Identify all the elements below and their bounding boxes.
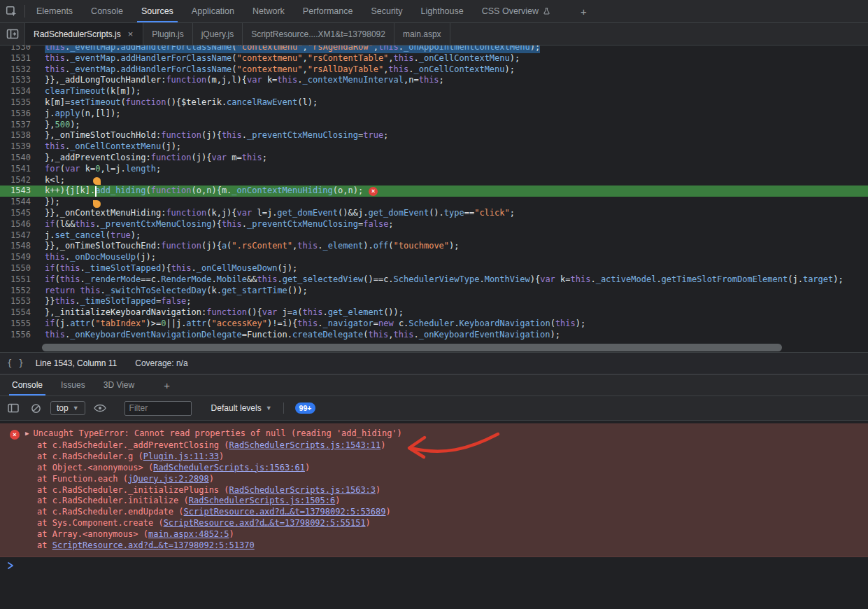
clear-console-icon[interactable]	[28, 400, 43, 416]
code-editor[interactable]: 1530this._eventMap.addHandlerForClassNam…	[0, 46, 868, 352]
stack-link[interactable]: RadSchedulerScripts.js:1563:61	[153, 463, 305, 472]
close-icon[interactable]: ×	[127, 29, 135, 39]
code-line[interactable]: 1541for(var k=0,l=j.length;	[0, 164, 868, 175]
line-number[interactable]: 1552	[0, 286, 39, 297]
log-levels-dropdown[interactable]: Default levels ▼	[211, 403, 272, 413]
code-line[interactable]: 1537},500);	[0, 120, 868, 131]
main-tab-network[interactable]: Network	[243, 0, 294, 22]
code-line[interactable]: 1539this._onCellContextMenu(j);	[0, 141, 868, 153]
code-line[interactable]: 1549this._onDocMouseUp(j);	[0, 252, 868, 263]
pretty-print-button[interactable]: { }	[7, 358, 24, 368]
code-line[interactable]: 1542k<l;	[0, 175, 868, 186]
selection-handle-bottom[interactable]	[93, 200, 101, 208]
line-number[interactable]: 1533	[0, 75, 39, 86]
line-number[interactable]: 1543	[0, 186, 39, 197]
code-line[interactable]: 1550if(this._timeSlotTapped){this._onCel…	[0, 263, 868, 274]
code-line[interactable]: 1547j.set_cancel(true);	[0, 230, 868, 241]
line-number[interactable]: 1550	[0, 263, 39, 274]
live-expression-eye-icon[interactable]	[92, 400, 108, 416]
code-line[interactable]: 1536j.apply(n,[l]);	[0, 108, 868, 120]
line-number[interactable]: 1532	[0, 64, 39, 76]
code-line[interactable]: 1540},_addPreventClosing:function(j){var…	[0, 153, 868, 164]
stack-link[interactable]: ScriptResource.axd?d…&t=13798092:5:53689	[184, 507, 386, 517]
line-number[interactable]: 1555	[0, 318, 39, 330]
stack-link[interactable]: jQuery.js:2:2898	[128, 474, 209, 484]
line-number[interactable]: 1542	[0, 175, 39, 186]
line-number[interactable]: 1551	[0, 274, 39, 286]
add-panel-button[interactable]: +	[572, 0, 595, 22]
code-line[interactable]: 1544});	[0, 197, 868, 208]
code-line[interactable]: 1555if(j.attr("tabIndex")>=0||j.attr("ac…	[0, 318, 868, 330]
drawer-tab-console[interactable]: Console	[3, 374, 52, 396]
line-number[interactable]: 1538	[0, 130, 39, 141]
main-tab-console[interactable]: Console	[82, 0, 132, 22]
line-number[interactable]: 1554	[0, 307, 39, 318]
console-prompt[interactable]	[0, 557, 868, 574]
line-number[interactable]: 1530	[0, 46, 39, 53]
main-tab-lighthouse[interactable]: Lighthouse	[412, 0, 473, 22]
main-tab-application[interactable]: Application	[183, 0, 243, 22]
filter-input[interactable]	[124, 401, 192, 416]
error-badge-icon[interactable]: ×	[369, 187, 378, 196]
line-number[interactable]: 1531	[0, 53, 39, 64]
code-line[interactable]: 1546if(l&&this._preventCtxMenuClosing){t…	[0, 219, 868, 230]
line-number[interactable]: 1540	[0, 153, 39, 164]
selection-handle-top[interactable]	[93, 177, 101, 185]
file-tab-jquery-js[interactable]: jQuery.js	[193, 23, 243, 45]
issues-count-badge[interactable]: 99+	[295, 402, 316, 414]
file-tab-scriptresource-xm1-t-13798092[interactable]: ScriptResource....XM1&t=13798092	[243, 23, 394, 45]
line-number[interactable]: 1534	[0, 86, 39, 97]
code-line[interactable]: 1530this._eventMap.addHandlerForClassNam…	[0, 46, 868, 53]
code-line[interactable]: 1531this._eventMap.addHandlerForClassNam…	[0, 53, 868, 64]
line-number[interactable]: 1541	[0, 164, 39, 175]
code-line[interactable]: 1543k++){j[k].add_hiding(function(o,n){m…	[0, 186, 868, 197]
stack-link[interactable]: RadSchedulerScripts.js:1505:6	[189, 496, 336, 505]
main-tab-elements[interactable]: Elements	[27, 0, 82, 22]
line-number[interactable]: 1535	[0, 97, 39, 108]
stack-link[interactable]: ScriptResource.axd?d…&t=13798092:5:51370	[52, 540, 255, 550]
code-line[interactable]: 1556this._onKeyboardEventNavigationDeleg…	[0, 330, 868, 341]
code-line[interactable]: 1545}},_onContextMenuHiding:function(k,j…	[0, 208, 868, 219]
stack-link[interactable]: main.aspx:4852:5	[148, 529, 229, 539]
expand-arrow-icon[interactable]: ▶	[25, 428, 29, 440]
code-line[interactable]: 1553}}this._timeSlotTapped=false;	[0, 296, 868, 307]
line-number[interactable]: 1536	[0, 108, 39, 120]
stack-link[interactable]: RadSchedulerScripts.js:1563:3	[229, 485, 376, 495]
line-number[interactable]: 1546	[0, 219, 39, 230]
code-line[interactable]: 1551if(this._renderMode==c.RenderMode.Mo…	[0, 274, 868, 286]
code-line[interactable]: 1552return this._switchToSelectedDay(k.g…	[0, 286, 868, 297]
line-number[interactable]: 1545	[0, 208, 39, 219]
stack-link[interactable]: Plugin.js:11:33	[143, 451, 219, 461]
line-number[interactable]: 1544	[0, 197, 39, 208]
file-tab-main-aspx[interactable]: main.aspx	[394, 23, 450, 45]
code-line[interactable]: 1533}},_addLongTouchHandler:function(m,j…	[0, 75, 868, 86]
stack-link[interactable]: RadSchedulerScripts.js:1543:11	[229, 440, 381, 450]
scrollbar-thumb[interactable]	[42, 344, 782, 351]
code-line[interactable]: 1532this._eventMap.addHandlerForClassNam…	[0, 64, 868, 76]
horizontal-scrollbar[interactable]	[0, 344, 868, 351]
add-drawer-tab-button[interactable]: +	[155, 374, 179, 396]
code-line[interactable]: 1554},_initializeKeyboardNavigation:func…	[0, 307, 868, 318]
inspect-element-icon[interactable]	[0, 1, 22, 21]
file-tab-radschedulerscripts-js[interactable]: RadSchedulerScripts.js×	[25, 23, 143, 45]
line-number[interactable]: 1537	[0, 120, 39, 131]
code-line[interactable]: 1534clearTimeout(k[m]);	[0, 86, 868, 97]
main-tab-css-overview[interactable]: CSS Overview	[473, 0, 560, 22]
console-sidebar-icon[interactable]	[6, 400, 21, 416]
line-number[interactable]: 1549	[0, 252, 39, 263]
line-number[interactable]: 1548	[0, 241, 39, 252]
code-line[interactable]: 1535k[m]=setTimeout(function(){$telerik.…	[0, 97, 868, 108]
main-tab-security[interactable]: Security	[362, 0, 411, 22]
line-number[interactable]: 1553	[0, 296, 39, 307]
line-number[interactable]: 1547	[0, 230, 39, 241]
stack-link[interactable]: ScriptResource.axd?d…&t=13798092:5:55151	[164, 518, 366, 528]
code-line[interactable]: 1538},_onTimeSlotTouchHold:function(j){t…	[0, 130, 868, 141]
main-tab-sources[interactable]: Sources	[132, 0, 183, 22]
javascript-context-selector[interactable]: top ▼	[50, 401, 85, 415]
drawer-tab-3d-view[interactable]: 3D View	[94, 374, 143, 396]
navigator-toggle-icon[interactable]	[0, 23, 25, 45]
main-tab-performance[interactable]: Performance	[294, 0, 362, 22]
code-line[interactable]: 1548}},_onTimeSlotTouchEnd:function(j){a…	[0, 241, 868, 252]
line-number[interactable]: 1539	[0, 141, 39, 153]
file-tab-plugin-js[interactable]: Plugin.js	[143, 23, 192, 45]
